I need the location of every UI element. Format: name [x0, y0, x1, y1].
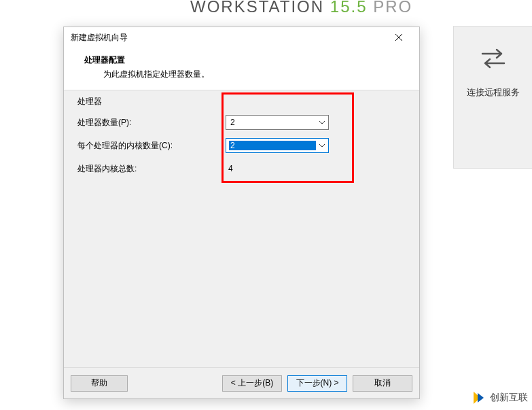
close-icon: [395, 33, 403, 41]
brand-edition: PRO: [373, 0, 412, 16]
dialog-titlebar: 新建虚拟机向导: [64, 27, 419, 48]
cores-per-processor-label: 每个处理器的内核数量(C):: [69, 140, 226, 152]
processor-count-value: 2: [230, 118, 316, 127]
chevron-down-icon: [316, 139, 328, 152]
next-button[interactable]: 下一步(N) >: [287, 375, 347, 392]
new-vm-wizard-dialog: 新建虚拟机向导 处理器配置 为此虚拟机指定处理器数量。 处理器 处理器数量(P)…: [63, 27, 420, 399]
close-button[interactable]: [385, 28, 412, 47]
chevron-down-icon: [316, 116, 328, 129]
header-subtitle: 为此虚拟机指定处理器数量。: [84, 69, 406, 80]
dialog-body: 处理器 处理器数量(P): 2 每个处理器的内核数量(C): 2: [64, 90, 419, 367]
row-cores-per-processor: 每个处理器的内核数量(C): 2: [69, 134, 414, 157]
watermark-text: 创新互联: [490, 392, 528, 404]
row-processor-count: 处理器数量(P): 2: [69, 111, 414, 134]
dialog-header: 处理器配置 为此虚拟机指定处理器数量。: [64, 48, 419, 90]
processor-group-label: 处理器: [76, 96, 103, 107]
back-button[interactable]: < 上一步(B): [222, 375, 282, 392]
dialog-title: 新建虚拟机向导: [71, 32, 385, 44]
cores-per-processor-value: 2: [229, 141, 316, 150]
brand-version: 15.5: [330, 0, 368, 16]
help-button[interactable]: 帮助: [71, 375, 128, 392]
processor-count-label: 处理器数量(P):: [69, 117, 226, 129]
cancel-button[interactable]: 取消: [353, 375, 412, 392]
processor-count-combo[interactable]: 2: [226, 115, 329, 130]
background-brand: WORKSTATION 15.5 PRO: [190, 0, 412, 16]
connect-remote-panel[interactable]: 连接远程服务: [453, 26, 532, 169]
brand-word: WORKSTATION: [190, 0, 324, 16]
watermark: 创新互联: [472, 390, 528, 405]
dialog-footer: 帮助 < 上一步(B) 下一步(N) > 取消: [64, 367, 419, 398]
watermark-logo-icon: [472, 390, 487, 405]
header-title: 处理器配置: [84, 54, 406, 66]
total-cores-value: 4: [226, 164, 334, 173]
total-cores-label: 处理器内核总数:: [69, 163, 226, 175]
cores-per-processor-combo[interactable]: 2: [226, 138, 329, 153]
row-total-cores: 处理器内核总数: 4: [69, 157, 414, 180]
connect-remote-label: 连接远程服务: [454, 86, 532, 99]
connect-remote-icon: [454, 47, 532, 70]
